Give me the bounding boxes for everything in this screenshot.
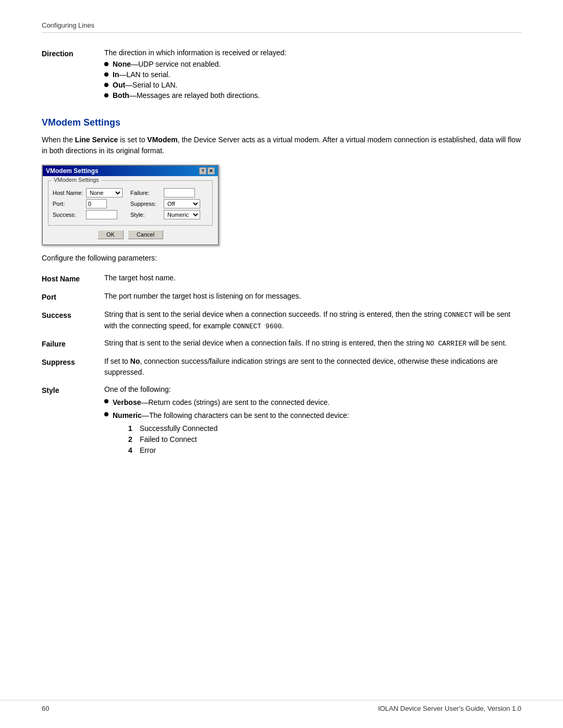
style-sub-list: Verbose—Return codes (strings) are sent … [104, 397, 521, 456]
num-label-2: 2 [128, 434, 136, 445]
header-bar: Configuring Lines [42, 21, 521, 33]
bullet-icon [104, 83, 108, 87]
num-text-2: Failed to Connect [140, 434, 197, 445]
param-term-port: Port [42, 288, 104, 306]
in-text: —LAN to serial. [119, 70, 170, 79]
vmodem-section: VModem Settings When the Line Service is… [42, 117, 521, 461]
dialog-wrapper: VModem Settings ? ✕ VModem Settings [42, 165, 521, 245]
param-row-port: Port The port number the target host is … [42, 288, 521, 306]
param-row-style: Style One of the following: Verbose—Retu… [42, 381, 521, 461]
host-name-select[interactable]: None [86, 188, 123, 198]
vmodem-intro: When the Line Service is set to VModem, … [42, 134, 521, 156]
close-button[interactable]: ✕ [207, 167, 215, 175]
connect-code: CONNECT [444, 311, 472, 319]
param-row-failure: Failure String that is sent to the seria… [42, 335, 521, 353]
list-item: In—LAN to serial. [104, 70, 521, 79]
success-label: Success: [53, 212, 84, 218]
out-text: —Serial to LAN. [125, 81, 177, 89]
bullet-icon [104, 93, 108, 97]
direction-section: Direction The direction in which informa… [42, 48, 521, 102]
param-desc-style: One of the following: Verbose—Return cod… [104, 381, 521, 461]
titlebar-buttons: ? ✕ [199, 167, 215, 175]
num-label-4: 4 [128, 445, 136, 456]
dialog-group-label: VModem Settings [52, 177, 101, 183]
success-input[interactable] [86, 210, 117, 219]
help-button[interactable]: ? [199, 167, 206, 175]
param-desc-success: String that is sent to the serial device… [104, 306, 521, 335]
param-term-style: Style [42, 381, 104, 461]
vmodem-bold: VModem [147, 135, 177, 144]
direction-list: None—UDP service not enabled. In—LAN to … [104, 60, 521, 100]
direction-intro: The direction in which information is re… [104, 48, 521, 57]
dialog-form: Host Name: None Port: [53, 184, 208, 221]
dialog-buttons: OK Cancel [48, 230, 213, 239]
list-item: Verbose—Return codes (strings) are sent … [104, 397, 521, 408]
ok-button[interactable]: OK [97, 230, 124, 239]
breadcrumb: Configuring Lines [42, 21, 94, 29]
param-term-hostname: Host Name [42, 269, 104, 288]
port-input[interactable] [86, 199, 107, 208]
failure-row: Failure: [130, 188, 208, 198]
style-label: Style: [130, 212, 162, 218]
param-desc-suppress: If set to No, connection success/failure… [104, 353, 521, 381]
none-text: —UDP service not enabled. [131, 60, 221, 68]
param-row-success: Success String that is sent to the seria… [42, 306, 521, 335]
in-bold: In [113, 70, 119, 79]
page-number: 60 [42, 705, 49, 712]
suppress-select[interactable]: Off [164, 199, 200, 208]
suppress-row: Suppress: Off [130, 199, 208, 208]
param-desc-port: The port number the target host is liste… [104, 288, 521, 306]
list-item: Out—Serial to LAN. [104, 81, 521, 89]
num-item-2: 2 Failed to Connect [128, 434, 349, 445]
style-row: Style: Numeric [130, 210, 208, 219]
num-text-4: Error [140, 445, 156, 456]
direction-term: Direction [42, 48, 89, 102]
failure-input[interactable] [164, 188, 195, 198]
dialog-title: VModem Settings [46, 167, 99, 175]
doc-title: IOLAN Device Server User's Guide, Versio… [378, 705, 521, 712]
list-item: Numeric—The following characters can be … [104, 410, 521, 456]
style-select[interactable]: Numeric [164, 210, 200, 219]
verbose-text: —Return codes (strings) are sent to the … [141, 398, 329, 406]
num-item-1: 1 Successfully Connected [128, 423, 349, 434]
direction-content: The direction in which information is re… [104, 48, 521, 102]
dialog-left-col: Host Name: None Port: [53, 188, 130, 221]
host-name-label: Host Name: [53, 190, 84, 196]
footer: 60 IOLAN Device Server User's Guide, Ver… [0, 700, 563, 712]
failure-label: Failure: [130, 190, 162, 196]
bullet-icon [104, 72, 108, 77]
verbose-bold: Verbose [113, 398, 141, 406]
param-row-suppress: Suppress If set to No, connection succes… [42, 353, 521, 381]
port-row: Port: [53, 199, 130, 208]
list-item: None—UDP service not enabled. [104, 60, 521, 68]
num-item-4: 4 Error [128, 445, 349, 456]
host-name-row: Host Name: None [53, 188, 130, 198]
param-desc-failure: String that is sent to the serial device… [104, 335, 521, 353]
bullet-icon [104, 62, 108, 66]
out-bold: Out [113, 81, 125, 89]
line-service-bold: Line Service [75, 135, 118, 144]
cancel-button[interactable]: Cancel [128, 230, 163, 239]
bullet-icon [104, 399, 108, 403]
num-label-1: 1 [128, 423, 136, 434]
port-label: Port: [53, 201, 84, 207]
numeric-bold: Numeric [113, 411, 142, 419]
dialog-group: VModem Settings Host Name: None [48, 180, 213, 226]
dialog-titlebar: VModem Settings ? ✕ [43, 166, 218, 176]
param-term-failure: Failure [42, 335, 104, 353]
dialog-body: VModem Settings Host Name: None [43, 176, 218, 244]
parameters-table: Host Name The target host name. Port The… [42, 269, 521, 461]
dialog-right-col: Failure: Suppress: Off [130, 188, 208, 221]
none-bold: None [113, 60, 131, 68]
no-carrier-code: NO CARRIER [426, 340, 467, 348]
bullet-icon [104, 412, 108, 416]
success-row: Success: [53, 210, 130, 219]
numeric-text: —The following characters can be sent to… [142, 411, 349, 419]
suppress-label: Suppress: [130, 201, 162, 207]
no-bold: No [130, 357, 140, 365]
param-desc-hostname: The target host name. [104, 269, 521, 288]
connect-9600-code: CONNECT 9600 [233, 323, 282, 330]
both-text: —Messages are relayed both directions. [129, 91, 260, 100]
list-item: Both—Messages are relayed both direction… [104, 91, 521, 100]
num-text-1: Successfully Connected [140, 423, 217, 434]
